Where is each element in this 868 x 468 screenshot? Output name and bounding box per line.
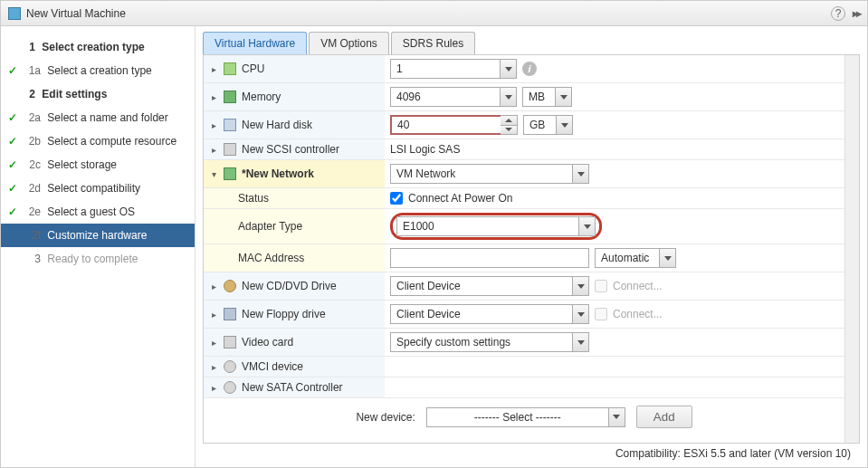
adapter-type-select[interactable]: E1000 bbox=[396, 216, 596, 236]
row-network: ▾*New Network VM Network bbox=[204, 160, 844, 188]
chevron-down-icon bbox=[572, 333, 588, 351]
memory-icon bbox=[224, 91, 236, 103]
add-button[interactable]: Add bbox=[636, 406, 692, 428]
disk-size-input[interactable]: 40 bbox=[390, 115, 501, 135]
tabs: Virtual HardwareVM OptionsSDRS Rules bbox=[203, 32, 860, 54]
chevron-down-icon bbox=[608, 408, 625, 426]
row-cpu: ▸CPU 1 i bbox=[204, 55, 844, 83]
memory-input[interactable]: 4096 bbox=[390, 87, 517, 107]
row-network-status: Status Connect At Power On bbox=[204, 188, 844, 209]
chevron-down-icon bbox=[572, 305, 588, 323]
cd-select[interactable]: Client Device bbox=[390, 276, 589, 296]
floppy-label: New Floppy drive bbox=[242, 308, 326, 320]
step-3: 3 Ready to complete bbox=[1, 247, 195, 271]
new-device-label: New device: bbox=[356, 411, 415, 424]
chevron-down-icon bbox=[500, 60, 516, 78]
disk-unit-select[interactable]: GB bbox=[523, 115, 573, 135]
collapse-icon[interactable]: ▾ bbox=[209, 169, 218, 178]
expand-icon[interactable]: ▸ bbox=[209, 310, 218, 319]
step-2e[interactable]: 2e Select a guest OS bbox=[1, 200, 195, 224]
row-video: ▸Video card Specify custom settings bbox=[204, 329, 844, 357]
step-2c[interactable]: 2c Select storage bbox=[1, 153, 195, 177]
row-network-mac: MAC Address Automatic bbox=[204, 244, 844, 272]
row-memory: ▸Memory 4096 MB bbox=[204, 83, 844, 111]
wizard-window: New Virtual Machine ? ▸▸ 1 Select creati… bbox=[0, 0, 868, 468]
sata-label: New SATA Controller bbox=[242, 381, 343, 394]
tab-virtual-hardware[interactable]: Virtual Hardware bbox=[203, 32, 307, 54]
chevron-down-icon bbox=[500, 88, 516, 106]
expand-icon[interactable]: ▸ bbox=[209, 64, 218, 73]
tab-sdrs-rules[interactable]: SDRS Rules bbox=[391, 32, 475, 54]
chevron-down-icon bbox=[555, 88, 571, 106]
scsi-icon bbox=[224, 143, 236, 156]
scsi-label: New SCSI controller bbox=[242, 143, 339, 156]
new-device-select[interactable]: ------- Select ------- bbox=[426, 407, 625, 427]
floppy-icon bbox=[224, 308, 236, 320]
adapter-highlight: E1000 bbox=[390, 213, 602, 240]
chevron-down-icon bbox=[556, 116, 572, 134]
step-2b[interactable]: 2b Select a compute resource bbox=[1, 129, 195, 153]
floppy-select[interactable]: Client Device bbox=[390, 304, 589, 324]
cd-icon bbox=[224, 280, 236, 292]
video-select[interactable]: Specify custom settings bbox=[390, 332, 589, 352]
vmci-label: VMCI device bbox=[242, 360, 303, 373]
network-icon bbox=[224, 167, 236, 180]
step-2f[interactable]: 2f Customize hardware bbox=[1, 224, 195, 247]
step-2[interactable]: 2 Edit settings bbox=[1, 82, 195, 106]
step-1[interactable]: 1 Select creation type bbox=[1, 35, 195, 59]
disk-spinner[interactable] bbox=[501, 115, 518, 135]
vm-icon bbox=[8, 7, 21, 20]
step-1a[interactable]: 1a Select a creation type bbox=[1, 59, 195, 82]
network-select[interactable]: VM Network bbox=[390, 164, 589, 184]
row-sata: ▸New SATA Controller bbox=[204, 377, 844, 398]
spin-up-icon bbox=[501, 116, 517, 126]
expand-icon[interactable]: ▸ bbox=[209, 362, 218, 371]
expand-icon[interactable]: ▸ bbox=[209, 145, 218, 154]
expand-icon[interactable]: ▸ bbox=[209, 383, 218, 392]
disk-label: New Hard disk bbox=[242, 119, 312, 131]
titlebar: New Virtual Machine ? ▸▸ bbox=[1, 1, 867, 26]
expand-icon[interactable]: ▸ bbox=[209, 282, 218, 291]
chevron-down-icon bbox=[572, 165, 588, 183]
step-2d[interactable]: 2d Select compatibility bbox=[1, 177, 195, 200]
step-2a[interactable]: 2a Select a name and folder bbox=[1, 106, 195, 129]
row-vmci: ▸VMCI device bbox=[204, 357, 844, 377]
mac-label: MAC Address bbox=[238, 252, 304, 264]
sata-icon bbox=[224, 381, 236, 394]
expand-icon[interactable]: ▸ bbox=[209, 338, 218, 347]
disk-icon bbox=[224, 119, 236, 131]
tab-vm-options[interactable]: VM Options bbox=[309, 32, 389, 54]
network-label: *New Network bbox=[242, 167, 314, 180]
cpu-label: CPU bbox=[242, 62, 264, 75]
expand-icon[interactable]: ▸ bbox=[209, 92, 218, 101]
status-label: Status bbox=[238, 192, 269, 205]
expand-icon[interactable]: ▸▸ bbox=[853, 7, 860, 20]
row-cd: ▸New CD/DVD Drive Client Device Connect.… bbox=[204, 272, 844, 301]
help-icon[interactable]: ? bbox=[831, 6, 845, 21]
memory-label: Memory bbox=[242, 91, 281, 103]
new-device-row: New device: ------- Select ------- Add bbox=[204, 398, 844, 435]
connect-poweron-checkbox[interactable]: Connect At Power On bbox=[390, 192, 839, 205]
content-area: Virtual HardwareVM OptionsSDRS Rules ▸CP… bbox=[196, 26, 867, 467]
mac-mode-select[interactable]: Automatic bbox=[595, 248, 676, 268]
expand-icon[interactable]: ▸ bbox=[209, 120, 218, 129]
video-label: Video card bbox=[242, 336, 293, 349]
window-title: New Virtual Machine bbox=[26, 7, 126, 20]
memory-unit-select[interactable]: MB bbox=[522, 87, 572, 107]
scrollbar[interactable] bbox=[844, 55, 859, 443]
cpu-select[interactable]: 1 bbox=[390, 59, 517, 79]
floppy-connect-checkbox: Connect... bbox=[595, 308, 663, 320]
row-network-adapter: Adapter Type E1000 bbox=[204, 209, 844, 244]
hardware-panel: ▸CPU 1 i ▸Memory 4096 MB bbox=[203, 54, 860, 444]
adapter-label: Adapter Type bbox=[238, 220, 302, 233]
wizard-steps: 1 Select creation type1a Select a creati… bbox=[1, 26, 196, 467]
chevron-down-icon bbox=[659, 249, 675, 267]
info-icon[interactable]: i bbox=[522, 62, 537, 76]
row-scsi: ▸New SCSI controller LSI Logic SAS bbox=[204, 139, 844, 160]
chevron-down-icon bbox=[572, 277, 588, 295]
scsi-value: LSI Logic SAS bbox=[390, 143, 460, 156]
cpu-icon bbox=[224, 62, 236, 75]
mac-input[interactable] bbox=[390, 248, 589, 268]
cd-label: New CD/DVD Drive bbox=[242, 280, 337, 292]
cd-connect-checkbox: Connect... bbox=[595, 280, 663, 292]
